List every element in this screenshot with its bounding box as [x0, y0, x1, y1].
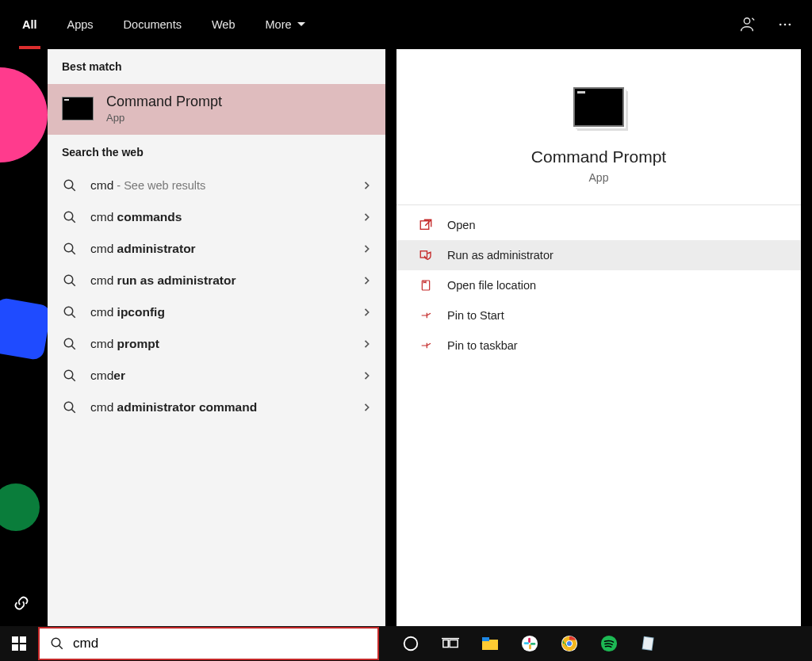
svg-point-14 — [64, 338, 73, 347]
preview-title: Command Prompt — [412, 147, 785, 166]
more-options-icon[interactable] — [776, 15, 795, 34]
chevron-right-icon[interactable] — [363, 277, 371, 285]
spotify-icon[interactable] — [598, 632, 620, 655]
svg-point-18 — [64, 402, 73, 411]
search-input[interactable] — [73, 636, 368, 651]
web-result-text: cmd prompt — [90, 337, 350, 351]
result-bold: commands — [117, 210, 182, 224]
tab-all[interactable]: All — [17, 0, 42, 49]
task-view-icon[interactable] — [439, 632, 462, 655]
svg-rect-36 — [528, 638, 530, 643]
chrome-icon[interactable] — [558, 632, 580, 655]
open-icon — [419, 218, 433, 232]
start-button[interactable] — [0, 626, 38, 661]
pin-start-icon — [419, 308, 433, 323]
topbar-right — [737, 15, 795, 34]
action-run-as-administrator[interactable]: Run as administrator — [396, 240, 801, 270]
search-icon — [62, 399, 78, 415]
svg-rect-26 — [20, 644, 26, 651]
best-match-header: Best match — [48, 49, 385, 84]
preview-header: Command Prompt App — [396, 49, 801, 205]
svg-point-27 — [52, 638, 60, 647]
web-result-text: cmd commands — [90, 210, 350, 224]
svg-point-2 — [784, 24, 787, 26]
web-result-row[interactable]: cmd - See web results — [48, 170, 385, 201]
svg-line-17 — [71, 377, 75, 381]
svg-rect-25 — [12, 644, 18, 651]
svg-line-7 — [71, 219, 75, 223]
action-list: Open Run as administrator Open file loca… — [396, 205, 801, 365]
desktop-bg-shape — [0, 296, 52, 361]
web-result-row[interactable]: cmd commands — [48, 201, 385, 233]
result-prefix: cmd — [90, 242, 117, 255]
tab-apps[interactable]: Apps — [63, 0, 98, 49]
tab-label: All — [22, 18, 37, 31]
search-icon — [62, 209, 78, 225]
svg-point-6 — [64, 212, 73, 220]
action-label: Pin to Start — [447, 309, 504, 322]
best-match-result[interactable]: Command Prompt App — [48, 84, 385, 135]
search-icon — [62, 273, 78, 288]
web-result-text: cmd administrator command — [90, 400, 350, 415]
search-web-header: Search the web — [48, 135, 385, 170]
chevron-right-icon[interactable] — [363, 308, 371, 316]
results-left-pane: Best match Command Prompt App Search the… — [48, 49, 385, 626]
action-pin-to-start[interactable]: Pin to Start — [396, 300, 801, 330]
result-prefix: cmd — [90, 337, 117, 350]
cortana-icon[interactable] — [400, 632, 422, 655]
web-result-text: cmd administrator — [90, 242, 350, 256]
filter-tabs: All Apps Documents Web More — [17, 0, 311, 49]
chevron-right-icon[interactable] — [363, 372, 371, 380]
svg-point-4 — [64, 180, 73, 189]
web-result-text: cmd run as administrator — [90, 273, 350, 288]
web-result-row[interactable]: cmd run as administrator — [48, 265, 385, 296]
svg-line-11 — [71, 282, 75, 286]
svg-point-8 — [64, 243, 73, 252]
chevron-right-icon[interactable] — [363, 213, 371, 221]
svg-rect-38 — [529, 644, 531, 649]
svg-rect-34 — [482, 637, 489, 641]
chevron-right-icon[interactable] — [363, 403, 371, 411]
preview-subtitle: App — [412, 171, 785, 184]
chevron-right-icon[interactable] — [363, 340, 371, 348]
feedback-icon[interactable] — [737, 15, 756, 34]
result-prefix: cmd — [90, 273, 117, 287]
svg-line-15 — [71, 346, 75, 350]
best-match-text: Command Prompt App — [106, 94, 222, 124]
command-prompt-icon — [62, 97, 94, 120]
tab-documents[interactable]: Documents — [119, 0, 186, 49]
svg-rect-30 — [443, 640, 448, 647]
search-icon — [49, 636, 65, 651]
best-match-subtitle: App — [106, 112, 222, 124]
link-icon[interactable] — [13, 594, 30, 612]
result-prefix: cmd — [90, 369, 113, 382]
tab-web[interactable]: Web — [207, 0, 240, 49]
web-result-row[interactable]: cmd administrator — [48, 233, 385, 265]
web-result-row[interactable]: cmder — [48, 360, 385, 392]
web-result-row[interactable]: cmd ipconfig — [48, 296, 385, 328]
chevron-right-icon[interactable] — [363, 181, 371, 189]
web-result-row[interactable]: cmd administrator command — [48, 392, 385, 423]
taskbar-search-box[interactable] — [38, 627, 379, 660]
notepad-icon[interactable] — [638, 632, 660, 655]
slack-icon[interactable] — [519, 632, 541, 655]
preview-pane: Command Prompt App Open Run as administr… — [396, 49, 801, 626]
action-label: Open file location — [447, 279, 536, 292]
svg-rect-46 — [643, 637, 653, 650]
web-result-row[interactable]: cmd prompt — [48, 328, 385, 360]
action-open[interactable]: Open — [396, 210, 801, 240]
chevron-right-icon[interactable] — [363, 245, 371, 253]
action-open-file-location[interactable]: Open file location — [396, 270, 801, 300]
result-bold: administrator — [117, 242, 196, 255]
svg-line-9 — [71, 250, 75, 254]
tab-more[interactable]: More — [261, 0, 311, 49]
tab-label: Apps — [67, 18, 94, 31]
file-explorer-icon[interactable] — [479, 632, 501, 655]
result-bold: administrator command — [117, 400, 258, 414]
action-pin-to-taskbar[interactable]: Pin to taskbar — [396, 330, 801, 361]
chevron-down-icon — [297, 20, 306, 29]
result-prefix: cmd — [90, 178, 113, 192]
desktop-bg-shape — [0, 483, 40, 531]
svg-point-1 — [779, 24, 782, 26]
taskbar-icons — [379, 632, 812, 655]
